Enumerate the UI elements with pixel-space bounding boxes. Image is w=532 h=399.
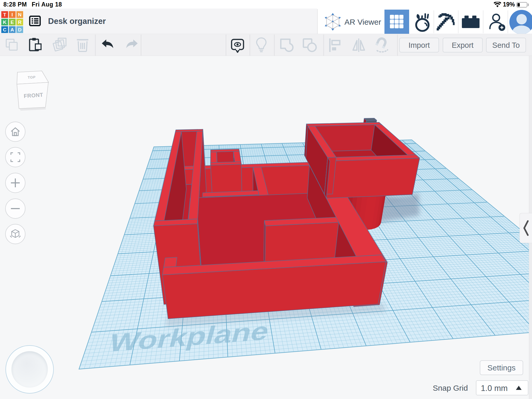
svg-text:TOP: TOP bbox=[28, 75, 36, 79]
